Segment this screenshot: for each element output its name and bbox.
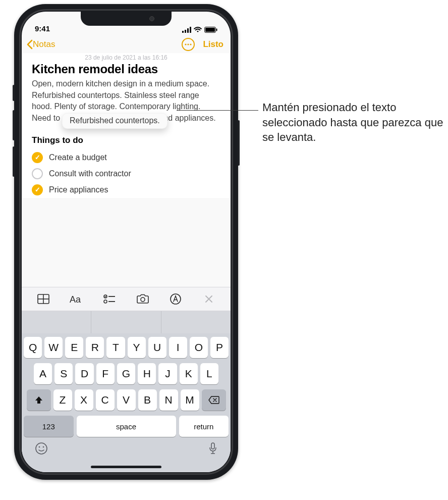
backspace-icon (208, 396, 219, 404)
callout-line (177, 110, 258, 111)
svg-point-21 (39, 446, 40, 448)
shift-icon (34, 395, 43, 405)
svg-rect-2 (187, 28, 189, 33)
space-key[interactable]: space (77, 416, 176, 437)
svg-point-16 (104, 300, 107, 303)
phone-frame: 9:41 Notas Listo 23 de julio de 202 (14, 4, 238, 480)
nav-bar: Notas Listo (22, 34, 231, 53)
key-y[interactable]: Y (128, 337, 146, 358)
svg-text:Aa: Aa (70, 294, 81, 304)
emoji-key[interactable] (35, 442, 48, 455)
key-o[interactable]: O (190, 337, 208, 358)
svg-point-9 (190, 43, 192, 45)
text-format-icon: Aa (70, 294, 83, 304)
key-d[interactable]: D (75, 363, 93, 384)
key-t[interactable]: T (106, 337, 125, 358)
power-button (238, 120, 240, 166)
checklist-icon (103, 294, 116, 304)
close-toolbar-button[interactable] (197, 290, 221, 308)
checklist[interactable]: Create a budgetConsult with contractorPr… (32, 149, 220, 198)
battery-icon (204, 27, 217, 33)
volume-down-button (13, 146, 15, 177)
suggestion-3[interactable] (161, 311, 231, 333)
key-m[interactable]: M (181, 389, 199, 411)
back-label: Notas (33, 39, 55, 49)
back-button[interactable]: Notas (26, 39, 55, 50)
dictation-key[interactable] (208, 442, 217, 455)
key-u[interactable]: U (148, 337, 166, 358)
numbers-key[interactable]: 123 (24, 416, 74, 437)
callout-text: Mantén presionado el texto seleccionado … (262, 100, 444, 145)
checklist-item[interactable]: Consult with contractor (32, 166, 220, 182)
key-v[interactable]: V (117, 389, 136, 411)
checklist-item[interactable]: Price appliances (32, 182, 220, 198)
cellular-icon (182, 27, 191, 33)
key-s[interactable]: S (54, 363, 73, 384)
key-p[interactable]: P (210, 337, 229, 358)
svg-rect-1 (185, 30, 186, 33)
markup-button[interactable] (163, 290, 188, 308)
format-toolbar: Aa (22, 287, 231, 311)
subheading[interactable]: Things to do (32, 135, 220, 145)
checklist-label: Consult with contractor (49, 169, 131, 178)
key-k[interactable]: K (180, 363, 198, 384)
checklist-item[interactable]: Create a budget (32, 149, 220, 166)
volume-up-button (13, 110, 15, 140)
text-format-button[interactable]: Aa (64, 290, 88, 308)
home-indicator[interactable] (91, 466, 161, 468)
note-title[interactable]: Kitchen remodel ideas (32, 62, 220, 76)
shift-key[interactable] (27, 389, 51, 411)
close-icon (204, 294, 213, 304)
done-button[interactable]: Listo (203, 39, 223, 49)
svg-rect-5 (205, 28, 215, 32)
table-icon (37, 294, 49, 304)
key-j[interactable]: J (158, 363, 177, 384)
check-circle[interactable] (32, 168, 43, 179)
svg-rect-3 (190, 27, 191, 33)
dragged-selection[interactable]: Refurbished countertops. (62, 113, 167, 129)
svg-point-7 (185, 43, 187, 45)
key-w[interactable]: W (44, 337, 63, 358)
key-l[interactable]: L (200, 363, 218, 384)
check-circle[interactable] (32, 152, 43, 163)
delete-key[interactable] (202, 389, 226, 411)
suggestion-1[interactable] (22, 311, 91, 333)
key-c[interactable]: C (96, 389, 115, 411)
status-indicators (182, 27, 217, 33)
keyboard: QWERTYUIOP ASDFGHJKL ZXCVBNM 123 space r… (22, 333, 231, 472)
checklist-label: Create a budget (49, 153, 107, 162)
volume-silent-switch (13, 85, 15, 101)
screen: 9:41 Notas Listo 23 de julio de 202 (22, 12, 231, 472)
key-a[interactable]: A (34, 363, 52, 384)
key-b[interactable]: B (138, 389, 157, 411)
return-key[interactable]: return (179, 416, 229, 437)
camera-button[interactable] (131, 290, 155, 308)
key-h[interactable]: H (138, 363, 156, 384)
suggestion-2[interactable] (91, 311, 161, 333)
table-button[interactable] (31, 290, 55, 308)
wifi-icon (194, 27, 202, 33)
key-e[interactable]: E (65, 337, 83, 358)
checklist-label: Price appliances (49, 185, 108, 194)
checklist-button[interactable] (97, 290, 122, 308)
svg-point-20 (36, 443, 47, 454)
svg-rect-23 (211, 443, 214, 449)
key-n[interactable]: N (159, 389, 178, 411)
key-g[interactable]: G (117, 363, 135, 384)
check-circle[interactable] (32, 184, 43, 195)
key-z[interactable]: Z (53, 389, 72, 411)
camera-icon (136, 294, 149, 304)
key-i[interactable]: I (169, 337, 187, 358)
key-q[interactable]: Q (24, 337, 42, 358)
notch (81, 12, 172, 26)
ellipsis-icon (185, 43, 192, 45)
more-button[interactable] (182, 38, 195, 51)
key-f[interactable]: F (96, 363, 115, 384)
key-x[interactable]: X (75, 389, 93, 411)
svg-rect-6 (216, 29, 217, 31)
svg-point-8 (188, 43, 189, 45)
svg-point-18 (141, 297, 145, 302)
key-r[interactable]: R (86, 337, 104, 358)
predictive-bar (22, 311, 231, 333)
status-time: 9:41 (35, 24, 50, 33)
